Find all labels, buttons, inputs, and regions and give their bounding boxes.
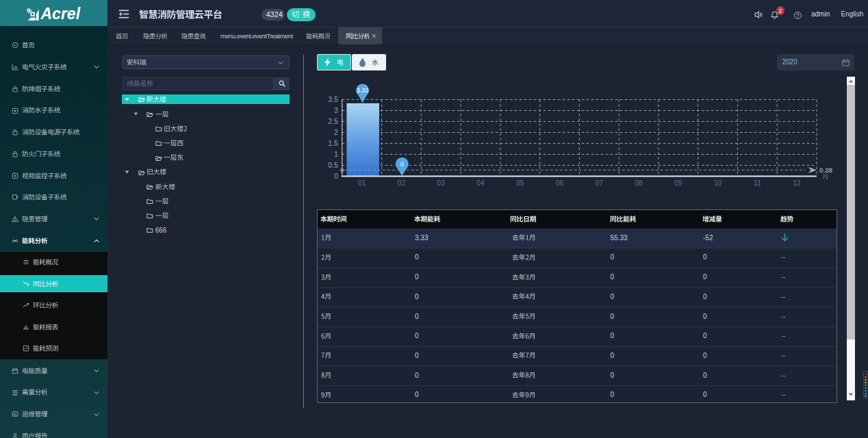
svg-text:07: 07 — [596, 179, 604, 187]
svg-text:10: 10 — [714, 179, 722, 187]
svg-text:3.5: 3.5 — [328, 95, 338, 103]
svg-text:0: 0 — [400, 161, 404, 168]
svg-text:1: 1 — [334, 150, 338, 158]
svg-text:08: 08 — [635, 179, 643, 187]
svg-text:03: 03 — [437, 179, 446, 187]
svg-text:09: 09 — [674, 179, 682, 187]
svg-text:12: 12 — [793, 179, 801, 187]
svg-text:06: 06 — [556, 179, 564, 187]
svg-text:2: 2 — [334, 128, 338, 136]
svg-text:05: 05 — [516, 179, 524, 187]
svg-text:2.5: 2.5 — [328, 117, 338, 125]
svg-text:01: 01 — [358, 179, 366, 187]
svg-text:04: 04 — [476, 179, 485, 187]
svg-text:3.33: 3.33 — [357, 87, 369, 94]
svg-text:11: 11 — [754, 179, 761, 187]
svg-text:0.5: 0.5 — [328, 161, 338, 169]
svg-text:0: 0 — [334, 172, 338, 180]
svg-text:1.5: 1.5 — [328, 139, 338, 147]
svg-text:02: 02 — [398, 179, 406, 187]
svg-text:3: 3 — [334, 106, 338, 114]
